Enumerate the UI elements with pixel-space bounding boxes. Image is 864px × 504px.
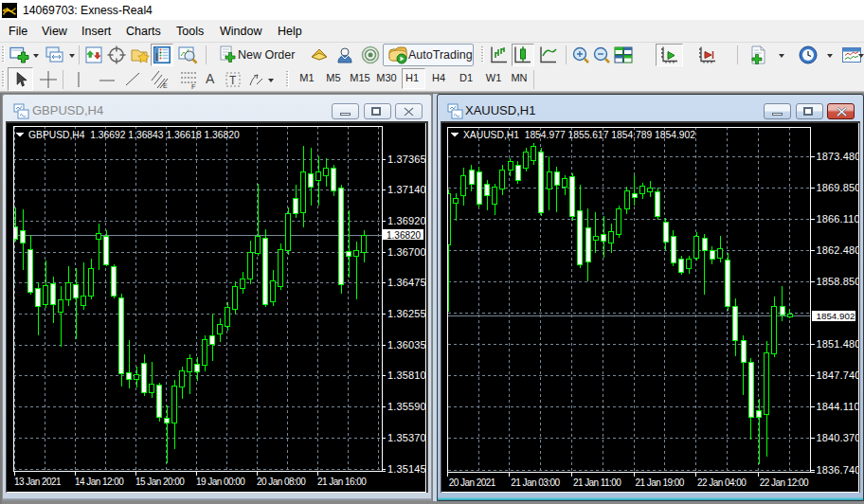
- svg-text:1.36475: 1.36475: [387, 277, 426, 288]
- svg-text:1.35370: 1.35370: [387, 432, 426, 443]
- svg-text:1866.110: 1866.110: [817, 213, 860, 225]
- svg-text:1.36255: 1.36255: [387, 308, 426, 319]
- svg-text:1869.850: 1869.850: [817, 182, 860, 193]
- svg-text:GBPUSD,H4 1.36692 1.36843 1.3: GBPUSD,H4 1.36692 1.36843 1.36618 1.3682…: [28, 130, 240, 140]
- svg-text:1.36035: 1.36035: [387, 339, 426, 351]
- svg-text:1873.480: 1873.480: [817, 151, 860, 162]
- svg-text:1847.740: 1847.740: [817, 369, 860, 381]
- svg-text:21 Jan 11:00: 21 Jan 11:00: [573, 477, 621, 488]
- svg-text:19 Jan 00:00: 19 Jan 00:00: [196, 477, 245, 487]
- svg-text:T: T: [229, 74, 237, 87]
- svg-text:1.35810: 1.35810: [387, 369, 426, 381]
- svg-text:F: F: [191, 83, 195, 90]
- svg-text:1.36700: 1.36700: [387, 246, 426, 258]
- svg-text:1.36820: 1.36820: [387, 230, 422, 241]
- svg-text:1851.480: 1851.480: [817, 338, 860, 350]
- svg-text:XAUUSD,H1 1854.977 1855.617 1: XAUUSD,H1 1854.977 1855.617 1854.789 185…: [463, 130, 695, 140]
- svg-text:21 Jan 03:00: 21 Jan 03:00: [511, 477, 560, 488]
- svg-text:13 Jan 2021: 13 Jan 2021: [14, 477, 62, 487]
- svg-text:1858.850: 1858.850: [817, 276, 860, 287]
- svg-text:22 Jan 04:00: 22 Jan 04:00: [697, 477, 747, 488]
- svg-text:21 Jan 16:00: 21 Jan 16:00: [317, 477, 367, 487]
- svg-text:20 Jan 2021: 20 Jan 2021: [449, 477, 496, 488]
- svg-text:1836.740: 1836.740: [817, 464, 860, 476]
- svg-text:1840.370: 1840.370: [817, 432, 860, 443]
- svg-text:14 Jan 12:00: 14 Jan 12:00: [75, 477, 124, 487]
- svg-text:1.37365: 1.37365: [387, 153, 426, 165]
- svg-text:1.37140: 1.37140: [387, 184, 426, 195]
- svg-text:E: E: [163, 82, 168, 89]
- svg-text:1.35590: 1.35590: [387, 401, 426, 412]
- svg-text:20 Jan 08:00: 20 Jan 08:00: [257, 477, 306, 487]
- svg-text:15 Jan 20:00: 15 Jan 20:00: [135, 477, 185, 487]
- svg-text:22 Jan 12:00: 22 Jan 12:00: [760, 477, 809, 488]
- svg-text:1.35145: 1.35145: [387, 463, 426, 475]
- svg-text:21 Jan 19:00: 21 Jan 19:00: [636, 477, 685, 488]
- svg-text:1862.480: 1862.480: [817, 244, 860, 256]
- svg-text:1.36920: 1.36920: [387, 215, 426, 226]
- svg-text:1854.902: 1854.902: [817, 311, 855, 321]
- svg-text:1844.110: 1844.110: [817, 401, 860, 412]
